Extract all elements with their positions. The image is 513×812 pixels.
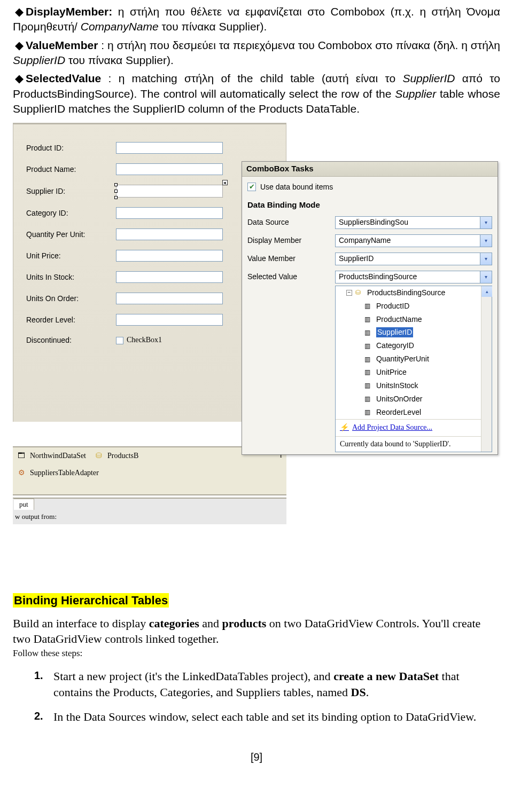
field-icon: ▥ <box>364 302 373 310</box>
field-icon: ▥ <box>364 408 373 416</box>
row-selected-value: Selected Value ProductsBindingSource ▾ <box>247 268 492 286</box>
selection-handle[interactable] <box>114 196 118 199</box>
chevron-down-icon[interactable]: ▾ <box>480 217 492 228</box>
bold-create-dataset: create a new DataSet <box>333 669 439 683</box>
scroll-up-icon[interactable]: ▴ <box>481 286 492 297</box>
tray-item-label: ProductsB <box>107 451 138 461</box>
tree-item[interactable]: ▥UnitsInStock <box>336 379 492 392</box>
tree-root[interactable]: − ⛁ ProductsBindingSource <box>336 286 492 299</box>
collapse-icon[interactable]: − <box>346 290 352 296</box>
selection-handle[interactable] <box>114 190 118 193</box>
checkbox-label: CheckBox1 <box>127 335 162 345</box>
paragraph-display-member: ◆DisplayMember: η στήλη που θέλετε να εμ… <box>13 4 500 35</box>
follow-steps-label: Follow these steps: <box>13 648 500 660</box>
dropdown-selected-value[interactable]: ProductsBindingSource ▾ <box>335 271 492 283</box>
tree-item[interactable]: ▥QuantityPerUnit <box>336 352 492 366</box>
bindingsource-icon: ⛁ <box>94 451 104 461</box>
checkbox-wrapper: CheckBox1 <box>116 335 162 345</box>
tray-item-label: NorthwindDataSet <box>30 451 86 461</box>
scrollbar[interactable]: ▴ <box>481 286 492 452</box>
output-panel: put w output from: <box>13 498 286 524</box>
dataset-icon: 🗔 <box>16 451 27 461</box>
textbox-product-id[interactable] <box>116 142 223 154</box>
label-units-on-order: Units On Order: <box>26 294 116 304</box>
section-heading: Binding Hierarchical Tables <box>13 593 169 608</box>
bold-categories: categories <box>149 617 199 630</box>
tree-status-text: Currently data bound to 'SupplierID'. <box>336 436 492 452</box>
tree-item-label: ProductID <box>376 301 409 311</box>
label-unit-price: Unit Price: <box>26 251 116 261</box>
smarttag-title: ComboBox Tasks <box>242 162 498 176</box>
label-qpu: Quantity Per Unit: <box>26 230 116 240</box>
tree-item-label: UnitPrice <box>376 367 407 377</box>
tree-item-label: UnitsOnOrder <box>376 394 422 404</box>
bold-ds: DS <box>351 685 366 699</box>
tree-item[interactable]: ▥ProductID <box>336 299 492 313</box>
combobox-supplier-id[interactable] <box>116 185 223 198</box>
tree-item[interactable]: ▥UnitsOnOrder <box>336 392 492 406</box>
paragraph-selected-value: ◆SelectedValue : η matching στήλη of the… <box>13 71 500 116</box>
tree-root-label: ProductsBindingSource <box>367 288 445 298</box>
textbox-units-in-stock[interactable] <box>116 271 223 283</box>
tree-item-label: ProductName <box>376 314 422 325</box>
checkbox-use-bound[interactable]: ✔ <box>247 183 256 191</box>
checkbox-discontinued[interactable] <box>116 337 123 344</box>
text-fragment: . <box>366 685 369 699</box>
label-product-name: Product Name: <box>26 164 116 175</box>
tray-item-dataset[interactable]: 🗔 NorthwindDataSet <box>16 451 86 461</box>
add-data-source-link[interactable]: ⚡ Add Project Data Source... <box>336 419 492 436</box>
label-display-member: Display Member <box>247 235 335 246</box>
tray-item-suppliers-adapter[interactable]: ⚙ SuppliersTableAdapter <box>16 468 99 478</box>
text-fragment: του πίνακα Supplier). <box>159 20 267 33</box>
textbox-category-id[interactable] <box>116 207 223 219</box>
smarttag-glyph-icon[interactable] <box>222 180 228 185</box>
text-fragment: : η matching στήλη of the child table (α… <box>101 72 402 84</box>
use-bound-label: Use data bound items <box>260 182 333 192</box>
chevron-down-icon[interactable]: ▾ <box>480 235 492 247</box>
tree-item[interactable]: ▥CategoryID <box>336 339 492 352</box>
bold-products: products <box>222 617 267 630</box>
tree-item[interactable]: ▥ReorderLevel <box>336 406 492 419</box>
textbox-unit-price[interactable] <box>116 250 223 262</box>
chevron-down-icon[interactable]: ▾ <box>480 253 492 265</box>
chevron-down-icon[interactable]: ▾ <box>480 271 492 283</box>
tray-item-label: SuppliersTableAdapter <box>30 468 99 478</box>
text-fragment: Start a new project (it's the LinkedData… <box>53 669 333 683</box>
lightning-icon: ⚡ <box>340 423 349 433</box>
selected-value-tree: − ⛁ ProductsBindingSource ▥ProductID ▥Pr… <box>335 286 492 453</box>
tray-item-products-binding[interactable]: ⛁ ProductsB <box>94 451 138 461</box>
tree-item-selected[interactable]: ▥SupplierID <box>336 326 492 339</box>
step-2: 2. In the Data Sources window, select ea… <box>34 709 500 725</box>
label-reorder-level: Reorder Level: <box>26 315 116 325</box>
tree-item[interactable]: ▥ProductName <box>336 313 492 326</box>
text-fragment: and <box>199 617 222 630</box>
designer-screenshot: Product ID: Product Name: Supplier ID: C… <box>13 123 500 582</box>
italic-supplier: Supplier <box>395 88 436 100</box>
label-product-id: Product ID: <box>26 143 116 153</box>
textbox-units-on-order[interactable] <box>116 293 223 304</box>
field-icon: ▥ <box>364 381 373 390</box>
row-product-id: Product ID: <box>13 137 286 159</box>
dropdown-value: ProductsBindingSource <box>339 272 417 282</box>
output-tab[interactable]: put <box>14 499 34 510</box>
dropdown-value-member[interactable]: SupplierID ▾ <box>335 253 492 265</box>
dropdown-display-member[interactable]: CompanyName ▾ <box>335 234 492 247</box>
row-value-member: Value Member SupplierID ▾ <box>247 250 492 268</box>
textbox-reorder-level[interactable] <box>116 314 223 326</box>
italic-companyname: CompanyName <box>81 20 159 33</box>
textbox-qpu[interactable] <box>116 228 223 240</box>
tree-item[interactable]: ▥UnitPrice <box>336 366 492 379</box>
italic-supplierid2: SupplierID <box>402 72 455 84</box>
label-value-member: Value Member <box>247 254 335 264</box>
step-1: 1. Start a new project (it's the LinkedD… <box>34 668 500 700</box>
tree-item-label: QuantityPerUnit <box>376 354 429 364</box>
dropdown-data-source[interactable]: SuppliersBindingSou ▾ <box>335 216 492 229</box>
bullet-icon: ◆ <box>13 38 26 53</box>
text-fragment: : η στήλη που δεσμεύει τα περιεχόμενα το… <box>98 39 500 51</box>
step-2-text: In the Data Sources window, select each … <box>53 709 500 725</box>
tableadapter-icon: ⚙ <box>16 468 27 478</box>
textbox-product-name[interactable] <box>116 163 223 175</box>
row-display-member: Display Member CompanyName ▾ <box>247 232 492 250</box>
selection-handle[interactable] <box>114 183 118 186</box>
add-link-label: Add Project Data Source... <box>352 423 432 433</box>
